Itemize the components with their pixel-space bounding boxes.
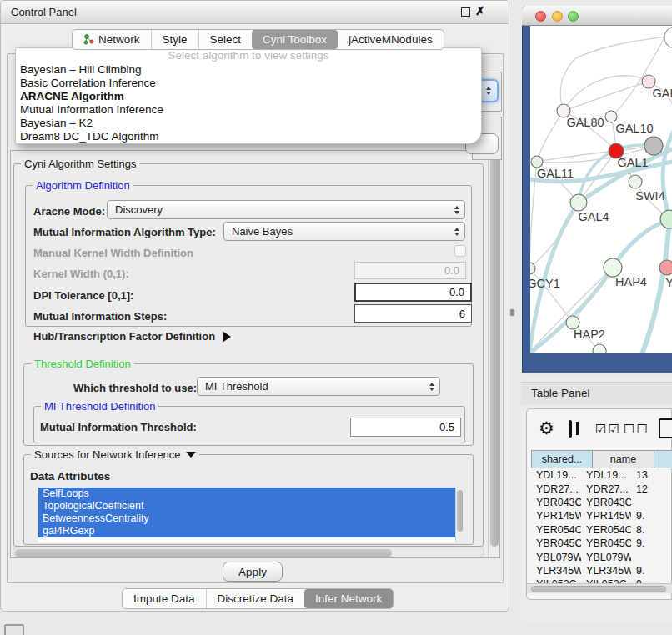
tab-discretize-data[interactable]: Discretize Data: [207, 589, 305, 608]
attributes-scrollbar-thumb[interactable]: [457, 490, 463, 532]
mi-threshold-label: Mutual Information Threshold:: [40, 421, 197, 433]
new-column-icon[interactable]: [659, 418, 672, 438]
network-node[interactable]: [629, 175, 642, 188]
network-node[interactable]: [570, 194, 587, 211]
split-columns-icon[interactable]: [569, 420, 572, 438]
close-traffic-light[interactable]: [535, 11, 546, 22]
settings-vscrollbar-thumb[interactable]: [490, 157, 499, 547]
kernel-width-input[interactable]: 0.0: [354, 262, 466, 279]
table-hscrollbar-track[interactable]: [527, 583, 672, 593]
tab-impute-data[interactable]: Impute Data: [123, 589, 207, 608]
table-row[interactable]: YPR145WYPR145W9.: [531, 509, 672, 522]
table-panel-title: Table Panel: [531, 387, 590, 399]
network-node[interactable]: [605, 111, 617, 122]
data-attributes-list: SelfLoopsTopologicalCoefficientBetweenne…: [38, 488, 455, 542]
table-cell: YBR045C: [581, 538, 631, 549]
table-row[interactable]: YDR27...YDR27...12: [531, 482, 672, 495]
network-node-label: GAL80: [566, 116, 604, 129]
mi-steps-input[interactable]: 6: [354, 304, 472, 322]
tab-select[interactable]: Select: [199, 30, 253, 49]
network-node-label: HAP2: [574, 328, 605, 341]
column-header[interactable]: name: [593, 450, 654, 468]
network-node-label: GAL4: [578, 210, 609, 223]
column-header[interactable]: [654, 450, 672, 468]
algorithm-option[interactable]: Basic Correlation Inference: [16, 77, 481, 90]
algorithm-option[interactable]: Bayesian – K2: [16, 117, 481, 130]
deselect-all-columns-icon[interactable]: ☐☐: [624, 422, 649, 437]
control-panel-titlebar[interactable]: [1, 1, 509, 24]
algorithm-option[interactable]: Mutual Information Inference: [16, 103, 481, 117]
combo-arrows-icon: [449, 206, 464, 214]
table-row[interactable]: YBR045CYBR045C9.: [531, 537, 672, 550]
desktop: { "control_panel": { "title": "Control P…: [0, 0, 672, 635]
dpi-tolerance-input[interactable]: 0.0: [354, 282, 472, 302]
table-header-row: shared...name: [531, 450, 672, 468]
minimized-panel-icon[interactable]: [4, 624, 24, 635]
control-panel-title: Control Panel: [11, 6, 77, 18]
mi-steps-label: Mutual Information Steps:: [33, 310, 167, 322]
network-node[interactable]: [593, 344, 606, 353]
data-attribute-item[interactable]: SelfLoops: [38, 488, 455, 500]
settings-hscrollbar-thumb[interactable]: [15, 549, 392, 557]
aracne-mode-combo[interactable]: Discovery: [107, 200, 465, 219]
tab-network[interactable]: Network: [73, 30, 152, 49]
mi-threshold-legend: MI Threshold Definition: [41, 400, 158, 412]
attributes-scrollbar-track[interactable]: [455, 488, 463, 542]
tab-cyni-toolbox[interactable]: Cyni Toolbox: [252, 30, 338, 49]
network-node-label: SWI4: [635, 189, 664, 202]
manual-kernel-width-checkbox[interactable]: [454, 245, 466, 257]
which-threshold-combo[interactable]: MI Threshold: [197, 377, 440, 396]
minimize-traffic-light[interactable]: [552, 11, 563, 22]
tab-style[interactable]: Style: [152, 30, 199, 49]
collapsed-arrow-icon: [223, 332, 231, 342]
table-row[interactable]: YIL052CYIL052C9: [531, 578, 672, 583]
table-cell: YBR045C: [531, 538, 581, 549]
data-attribute-item[interactable]: TopologicalCoefficient: [38, 500, 455, 512]
network-node[interactable]: [604, 258, 622, 277]
table-cell: YBR043C: [581, 497, 631, 508]
apply-button[interactable]: Apply: [223, 562, 283, 582]
attribute-table-body: YDL19...YDL19...13YDR27...YDR27...12YBR0…: [531, 468, 672, 583]
zoom-traffic-light[interactable]: [568, 11, 579, 22]
table-cell: 9.: [631, 565, 672, 577]
table-row[interactable]: YDL19...YDL19...13: [531, 468, 672, 482]
algorithm-option[interactable]: ARACNE Algorithm: [16, 90, 481, 103]
control-panel-tabbar: Network Style Select Cyni Toolbox jActiv…: [72, 29, 444, 50]
sources-legend[interactable]: Sources for Network Inference: [31, 448, 199, 461]
network-node[interactable]: [531, 156, 543, 168]
table-hscrollbar-thumb[interactable]: [531, 586, 666, 592]
table-cell: YBL079W: [581, 552, 631, 563]
tab-jactivemnodules[interactable]: jActiveMNodules: [338, 30, 444, 49]
algorithm-dropdown-list: Bayesian – Hill ClimbingBasic Correlatio…: [16, 63, 481, 143]
algorithm-dropdown-placeholder: Select algorithm to view settings: [16, 48, 481, 63]
mi-algorithm-type-combo[interactable]: Naive Bayes: [223, 222, 465, 241]
table-row[interactable]: YBL079WYBL079W: [531, 550, 672, 563]
tab-infer-network[interactable]: Infer Network: [304, 589, 393, 608]
close-icon[interactable]: ✗: [475, 4, 485, 18]
mi-threshold-input[interactable]: 0.5: [350, 418, 461, 437]
gear-icon[interactable]: ⚙: [539, 418, 554, 438]
settings-vscrollbar-track[interactable]: [488, 151, 499, 558]
data-attribute-item[interactable]: BetweennessCentrality: [38, 512, 455, 525]
table-row[interactable]: YLR345WYLR345W9.: [531, 564, 672, 578]
panel-splitter-handle[interactable]: [510, 309, 514, 316]
float-window-icon[interactable]: [461, 8, 470, 17]
table-row[interactable]: YBR043CYBR043C: [531, 496, 672, 509]
clipped-node[interactable]: [664, 27, 672, 48]
data-attribute-item[interactable]: gal4RGexp: [38, 525, 455, 538]
data-attributes-label: Data Attributes: [30, 470, 110, 482]
network-node[interactable]: [644, 137, 663, 155]
algorithm-option[interactable]: Dream8 DC_TDC Algorithm: [16, 130, 481, 143]
settings-hscrollbar-track[interactable]: [13, 547, 484, 558]
network-canvas[interactable]: GALGAL80GAL10GAL1GAL11SWI4GAL4GCY1HAP4YH…: [530, 26, 672, 353]
table-cell: YLR345W: [531, 565, 581, 577]
select-all-columns-icon[interactable]: ☑☑: [595, 422, 621, 437]
column-header[interactable]: shared...: [531, 450, 593, 468]
network-node[interactable]: [659, 260, 672, 275]
algorithm-option[interactable]: Bayesian – Hill Climbing: [16, 63, 481, 77]
hub-definition-toggle[interactable]: Hub/Transcription Factor Definition: [33, 330, 231, 342]
network-node-label: GAL11: [537, 167, 574, 180]
table-row[interactable]: YER054CYER054C8.: [531, 523, 672, 537]
table-cell: YPR145W: [581, 510, 631, 522]
algorithm-dropdown-popup: Select algorithm to view settings Bayesi…: [15, 48, 482, 144]
